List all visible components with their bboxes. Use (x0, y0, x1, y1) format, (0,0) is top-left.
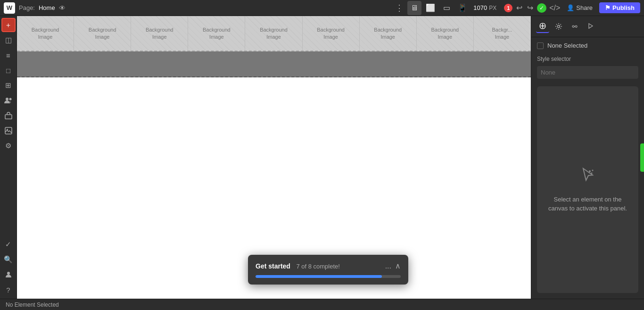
publish-label: Publish (612, 4, 635, 11)
gs-actions: ... ∧ (385, 261, 401, 270)
style-selector-label: Style selector (531, 54, 644, 64)
visibility-icon[interactable]: 👁 (59, 4, 66, 12)
svg-point-5 (7, 272, 10, 275)
flag-icon: ⚑ (605, 4, 611, 11)
left-sidebar: ＋ ◫ ≡ □ ⊞ ⚙ ✓ 🔍 ? (0, 16, 17, 299)
none-selected-label: None Selected (547, 42, 587, 49)
gs-progress-text: 7 of 8 complete! (296, 263, 340, 270)
bg-tile-7: BackgroundImage (360, 16, 417, 50)
page-label: Page: (19, 4, 35, 11)
svg-point-8 (572, 25, 574, 27)
canvas-header-strip: BackgroundImage BackgroundImage Backgrou… (17, 16, 531, 51)
redo-button[interactable]: ↪ (526, 2, 534, 13)
status-bar: No Element Selected (0, 299, 644, 310)
device-selector: 🖥 ⬜ ▭ 📱 (407, 1, 470, 15)
bg-tile-label-6: BackgroundImage (317, 26, 345, 40)
canvas-width: 1070 PX (473, 4, 496, 11)
interactions-tab-button[interactable] (584, 20, 597, 33)
bg-tile-3: BackgroundImage (131, 16, 188, 50)
effects-tab-button[interactable] (568, 20, 581, 33)
members-button[interactable] (1, 93, 16, 108)
bg-tile-2: BackgroundImage (74, 16, 131, 50)
gs-progress-bar-fill (256, 275, 382, 278)
data-button[interactable]: ⊞ (1, 78, 16, 92)
svg-point-1 (9, 98, 11, 101)
hint-text: Select an element on the canvas to activ… (546, 195, 629, 213)
more-options-icon[interactable]: ⋮ (395, 3, 404, 13)
tablet-landscape-button[interactable]: ⬜ (423, 1, 438, 15)
bg-tile-label-5: BackgroundImage (260, 26, 288, 40)
bg-tile-4: BackgroundImage (188, 16, 245, 50)
topbar-right: 1 ↩ ↪ ✓ </> 👤 Share ⚑ Publish (504, 2, 640, 13)
bg-tile-5: BackgroundImage (245, 16, 302, 50)
store-button[interactable] (1, 109, 16, 123)
bg-tile-label-8: BackgroundImage (431, 26, 459, 40)
svg-rect-2 (5, 115, 12, 119)
gs-title-area: Get started 7 of 8 complete! (256, 262, 340, 270)
settings-tab-button[interactable] (552, 20, 565, 33)
cursor-icon (579, 167, 596, 187)
mobile-device-button[interactable]: 📱 (455, 1, 470, 15)
tasks-button[interactable]: ✓ (1, 237, 16, 251)
green-accent-strip (640, 143, 644, 172)
right-panel-toolbar (531, 16, 644, 37)
bg-tile-label-3: BackgroundImage (146, 26, 173, 40)
logo: W (4, 2, 15, 14)
no-element-selected-text: No Element Selected (6, 302, 59, 308)
style-tab-button[interactable] (536, 20, 549, 33)
canvas-area[interactable]: BackgroundImage BackgroundImage Backgrou… (17, 16, 531, 299)
main-layout: ＋ ◫ ≡ □ ⊞ ⚙ ✓ 🔍 ? BackgroundImage Backgr… (0, 16, 644, 299)
gs-more-button[interactable]: ... (385, 261, 391, 270)
topbar: W Page: Home 👁 ⋮ 🖥 ⬜ ▭ 📱 1070 PX 1 ↩ ↪ ✓… (0, 0, 644, 16)
publish-button[interactable]: ⚑ Publish (599, 2, 640, 13)
add-element-button[interactable]: ＋ (1, 18, 16, 32)
get-started-panel: Get started 7 of 8 complete! ... ∧ (248, 255, 408, 285)
gs-progress-bar-background (256, 275, 401, 278)
help-button[interactable]: ? (1, 283, 16, 297)
settings-button[interactable]: ⚙ (1, 139, 16, 153)
content-button[interactable]: □ (1, 63, 16, 77)
bg-tile-label-9: Backgr...Image (492, 26, 512, 40)
undo-button[interactable]: ↩ (515, 2, 523, 13)
team-button[interactable] (1, 268, 16, 282)
bg-tile-9: Backgr...Image (474, 16, 531, 50)
bg-tile-label-1: BackgroundImage (32, 26, 59, 40)
svg-point-0 (6, 98, 8, 101)
tablet-portrait-button[interactable]: ▭ (439, 1, 454, 15)
person-icon: 👤 (567, 4, 574, 11)
bg-tile-6: BackgroundImage (303, 16, 360, 50)
bg-tile-label-7: BackgroundImage (374, 26, 402, 40)
gs-header: Get started 7 of 8 complete! ... ∧ (256, 261, 401, 270)
notification-badge[interactable]: 1 (504, 4, 512, 12)
canvas-middle-strip (17, 51, 531, 77)
bg-tile-8: BackgroundImage (417, 16, 474, 50)
search-button[interactable]: 🔍 (1, 252, 16, 267)
share-button[interactable]: 👤 Share (563, 2, 596, 13)
code-editor-button[interactable]: </> (549, 4, 560, 12)
svg-point-10 (589, 170, 591, 172)
style-selector-input[interactable] (537, 66, 638, 79)
bg-tile-label-4: BackgroundImage (203, 26, 231, 40)
right-panel: None Selected Style selector Select an e… (531, 16, 644, 299)
none-selected-row: None Selected (531, 37, 644, 54)
svg-point-11 (592, 169, 593, 171)
svg-point-7 (558, 25, 560, 28)
publish-status-icon: ✓ (537, 3, 546, 13)
desktop-device-button[interactable]: 🖥 (407, 1, 421, 15)
hint-panel: Select an element on the canvas to activ… (537, 86, 638, 293)
bg-tile-label-2: BackgroundImage (89, 26, 116, 40)
width-unit: PX (489, 5, 496, 11)
page-name[interactable]: Home (39, 4, 55, 11)
gs-collapse-button[interactable]: ∧ (395, 261, 401, 270)
share-label: Share (576, 4, 593, 11)
none-selected-checkbox[interactable] (537, 42, 544, 49)
svg-point-9 (575, 25, 577, 27)
pages-button[interactable]: ≡ (1, 48, 16, 62)
layers-button[interactable]: ◫ (1, 33, 16, 47)
media-button[interactable] (1, 124, 16, 138)
width-value: 1070 (473, 4, 487, 11)
bg-tile-1: BackgroundImage (17, 16, 74, 50)
svg-point-12 (591, 172, 592, 174)
gs-title: Get started (256, 262, 290, 270)
